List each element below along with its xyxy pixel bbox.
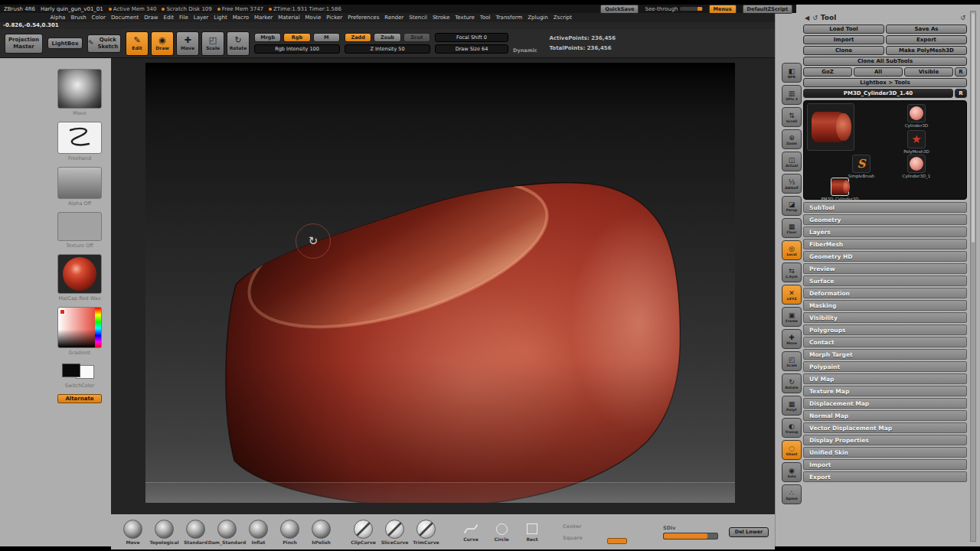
alternate-button[interactable]: Alternate: [57, 394, 102, 403]
shelf-button[interactable]: ◌ Ghost: [782, 440, 802, 460]
load-tool-button[interactable]: Load Tool: [803, 24, 884, 34]
brush-button[interactable]: Standard: [180, 520, 211, 545]
menu-item[interactable]: Document: [108, 15, 141, 21]
menu-item[interactable]: Tool: [477, 15, 493, 21]
brush-button[interactable]: Dam_Standard: [211, 520, 243, 545]
tool-section-header[interactable]: Preview: [803, 263, 967, 274]
sculpt-mode-button[interactable]: Zcut: [403, 33, 430, 42]
tool-item[interactable]: ★ PolyMesh3D: [894, 130, 939, 154]
history-icon[interactable]: ↺: [812, 15, 818, 21]
menu-item[interactable]: File: [177, 15, 191, 21]
clip-brush-button[interactable]: TrimCurve: [410, 520, 442, 545]
tool-section-header[interactable]: Geometry HD: [803, 251, 967, 262]
brush-button[interactable]: Move: [117, 520, 149, 545]
focal-shift-slider[interactable]: Focal Shift 0: [435, 33, 508, 42]
shelf-button[interactable]: ◧ BPR: [782, 63, 802, 83]
current-alpha[interactable]: Alpha Off: [57, 167, 102, 207]
tool-section-header[interactable]: Export: [803, 471, 967, 482]
tool-item[interactable]: S SimpleBrush: [839, 155, 884, 178]
sculpt-mode-button[interactable]: Zadd: [345, 33, 371, 42]
menu-item[interactable]: Transform: [493, 15, 525, 21]
save-as-button[interactable]: Save As: [886, 24, 967, 34]
z-intensity-slider[interactable]: Z Intensity 50: [345, 44, 430, 54]
menu-item[interactable]: Stroke: [430, 15, 452, 21]
menu-item[interactable]: Macro: [230, 15, 251, 21]
switch-color[interactable]: SwitchColor: [57, 361, 102, 389]
shelf-button[interactable]: ◐ Transp: [782, 418, 802, 438]
menu-item[interactable]: Light: [211, 15, 230, 21]
menu-item[interactable]: Stencil: [407, 15, 430, 21]
dynamic-label[interactable]: Dynamic: [513, 47, 537, 55]
make-polymesh3d-button[interactable]: Make PolyMesh3D: [886, 46, 967, 55]
brush-button[interactable]: Pinch: [274, 520, 305, 545]
clone-button[interactable]: Clone: [803, 46, 884, 55]
tool-item[interactable]: Cylinder3D: [894, 104, 939, 128]
del-lower-button[interactable]: Del Lower: [729, 527, 769, 537]
quick-sketch-button[interactable]: ✎ Quick Sketch: [87, 34, 121, 53]
square-toggle[interactable]: Square: [563, 535, 583, 541]
tool-section-header[interactable]: Vector Displacement Map: [803, 422, 967, 433]
menu-item[interactable]: Marker: [251, 15, 275, 21]
hue-strip[interactable]: [95, 308, 101, 347]
import-button[interactable]: Import: [803, 35, 884, 44]
sculpt-mode-button[interactable]: Zsub: [374, 33, 400, 42]
see-through-control[interactable]: See-through: [645, 6, 702, 12]
shelf-button[interactable]: ⊕ Zoom: [782, 129, 802, 149]
clip-brush-button[interactable]: ClipCurve: [348, 520, 379, 545]
tool-section-header[interactable]: Polypaint: [803, 361, 967, 372]
active-tool-thumbnail[interactable]: [807, 103, 854, 151]
clip-brush-button[interactable]: SliceCurve: [379, 520, 410, 545]
restore-icon[interactable]: ↺: [960, 15, 965, 21]
menu-item[interactable]: Draw: [142, 15, 161, 21]
alpha-thumbnail[interactable]: [57, 167, 102, 199]
lightbox-button[interactable]: LightBox: [47, 37, 83, 49]
menu-item[interactable]: Render: [382, 15, 407, 21]
mode-button[interactable]: ◰ Scale: [201, 31, 224, 56]
menu-item[interactable]: Movie: [302, 15, 324, 21]
stroke-rect-button[interactable]: Rect: [518, 522, 546, 542]
stroke-mini-slider[interactable]: [607, 538, 627, 544]
brush-button[interactable]: Topological: [149, 520, 180, 545]
brush-button[interactable]: hPolish: [305, 520, 337, 545]
sculpt-viewport[interactable]: ↻: [145, 63, 735, 503]
shelf-button[interactable]: ⇆ L.Sym: [782, 262, 802, 282]
see-through-slider[interactable]: [680, 7, 703, 11]
shelf-button[interactable]: ½ AAHalf: [782, 174, 802, 194]
tool-section-header[interactable]: SubTool: [803, 202, 967, 213]
paint-mode-button[interactable]: M: [313, 33, 340, 42]
mode-button[interactable]: ◉ Draw: [151, 31, 174, 56]
menu-item[interactable]: Zplugin: [525, 15, 550, 21]
material-thumbnail[interactable]: [57, 254, 102, 294]
tool-section-header[interactable]: Polygroups: [803, 324, 967, 335]
tool-section-header[interactable]: Geometry: [803, 214, 967, 225]
shelf-button[interactable]: ◫ Actual: [782, 152, 802, 171]
shelf-button[interactable]: ◎ Local: [782, 240, 802, 260]
current-tool-button[interactable]: PM3D_Cylinder3D_1.40: [803, 89, 953, 98]
panel-scrollbar[interactable]: [970, 11, 976, 542]
panel-scrollbar-thumb[interactable]: [972, 13, 975, 243]
shelf-button[interactable]: ✚ Move: [782, 329, 802, 349]
sdiv-slider[interactable]: [663, 533, 718, 540]
menu-item[interactable]: Edit: [161, 15, 177, 21]
menu-item[interactable]: Layer: [191, 15, 211, 21]
export-button[interactable]: Export: [886, 35, 967, 44]
rgb-intensity-slider[interactable]: Rgb Intensity 100: [254, 44, 340, 54]
collapse-icon[interactable]: ◀: [805, 15, 809, 21]
zscript-button[interactable]: DefaultZScript: [743, 5, 792, 14]
primary-color-swatch[interactable]: [62, 364, 80, 377]
color-picker[interactable]: Gradient: [57, 307, 102, 356]
tool-r-button[interactable]: R: [955, 89, 967, 98]
brush-thumbnail[interactable]: [57, 69, 102, 109]
shelf-button[interactable]: ⇅ Scroll: [782, 107, 802, 127]
current-brush[interactable]: Move: [57, 69, 102, 116]
stroke-circle-button[interactable]: Circle: [488, 522, 515, 542]
paint-mode-button[interactable]: Rgb: [283, 33, 310, 42]
menu-item[interactable]: Alpha: [47, 15, 68, 21]
shelf-button[interactable]: ▥ SPix 3: [782, 85, 802, 105]
tool-section-header[interactable]: Deformation: [803, 288, 967, 298]
tool-section-header[interactable]: Visibility: [803, 312, 967, 323]
goz-visible-button[interactable]: Visible: [904, 67, 953, 77]
mode-button[interactable]: ✚ Move: [176, 31, 199, 56]
tool-section-header[interactable]: Masking: [803, 300, 967, 311]
shelf-button[interactable]: ▦ Floor: [782, 218, 802, 238]
